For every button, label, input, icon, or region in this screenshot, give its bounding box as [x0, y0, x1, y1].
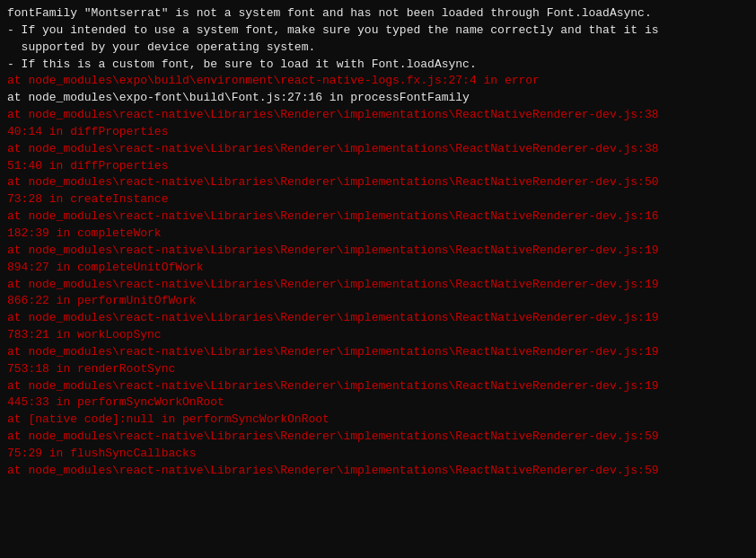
console-line: 40:14 in diffProperties: [7, 124, 749, 141]
console-line: at [native code]:null in performSyncWork…: [7, 412, 749, 429]
console-output: fontFamily "Montserrat" is not a system …: [0, 0, 756, 558]
console-line: 445:33 in performSyncWorkOnRoot: [7, 394, 749, 412]
console-line: at node_modules\react-native\Libraries\R…: [7, 310, 749, 327]
console-line: fontFamily "Montserrat" is not a system …: [7, 5, 749, 22]
console-line: at node_modules\react-native\Libraries\R…: [7, 344, 749, 361]
console-line: 783:21 in workLoopSync: [7, 327, 749, 344]
console-line: at node_modules\react-native\Libraries\R…: [7, 277, 749, 294]
console-line: at node_modules\expo\build\environment\r…: [7, 73, 749, 90]
console-line: - If this is a custom font, be sure to l…: [7, 57, 749, 74]
console-line: at node_modules\react-native\Libraries\R…: [7, 107, 749, 124]
console-line: at node_modules\react-native\Libraries\R…: [7, 141, 749, 158]
console-line: at node_modules\react-native\Libraries\R…: [7, 174, 749, 191]
console-line: 182:39 in completeWork: [7, 226, 749, 243]
console-line: 75:29 in flushSyncCallbacks: [7, 446, 749, 463]
console-line: 753:18 in renderRootSync: [7, 361, 749, 378]
console-line: at node_modules\expo-font\build\Font.js:…: [7, 90, 749, 107]
console-line: at node_modules\react-native\Libraries\R…: [7, 463, 749, 480]
console-line: supported by your device operating syste…: [7, 40, 749, 57]
console-line: 51:40 in diffProperties: [7, 158, 749, 175]
console-line: at node_modules\react-native\Libraries\R…: [7, 208, 749, 226]
console-line: 866:22 in performUnitOfWork: [7, 293, 749, 310]
console-line: at node_modules\react-native\Libraries\R…: [7, 429, 749, 446]
console-line: 73:28 in createInstance: [7, 191, 749, 208]
console-line: 894:27 in completeUnitOfWork: [7, 260, 749, 277]
console-line: at node_modules\react-native\Libraries\R…: [7, 378, 749, 395]
console-line: - If you intended to use a system font, …: [7, 22, 749, 40]
console-line: at node_modules\react-native\Libraries\R…: [7, 243, 749, 260]
